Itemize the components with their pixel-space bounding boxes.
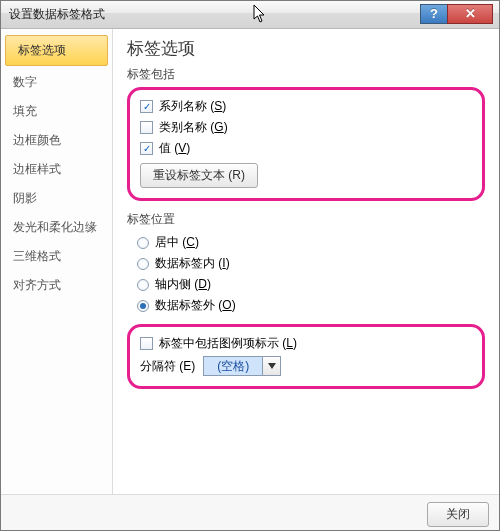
dialog-footer: 关闭 [1,494,499,530]
checkbox-legend-key[interactable] [140,337,153,350]
titlebar: 设置数据标签格式 ? ✕ [1,1,499,29]
sidebar-item-border-color[interactable]: 边框颜色 [1,126,112,155]
sidebar-item-fill[interactable]: 填充 [1,97,112,126]
checkbox-series-name[interactable] [140,100,153,113]
radio-outside-label: 数据标签外 (O) [155,297,236,314]
separator-label: 分隔符 (E) [140,358,195,375]
checkbox-category-name-label: 类别名称 (G) [159,119,228,136]
label-position-heading: 标签位置 [127,211,485,228]
window-title: 设置数据标签格式 [9,6,421,23]
window-buttons: ? ✕ [421,4,493,24]
page-title: 标签选项 [127,37,485,60]
checkbox-legend-key-label: 标签中包括图例项标示 (L) [159,335,297,352]
sidebar-item-border-style[interactable]: 边框样式 [1,155,112,184]
label-contains-heading: 标签包括 [127,66,485,83]
radio-inside-label: 数据标签内 (I) [155,255,230,272]
radio-outside[interactable] [137,300,149,312]
highlight-group-separator: 标签中包括图例项标示 (L) 分隔符 (E) (空格) [127,324,485,389]
sidebar-item-number[interactable]: 数字 [1,68,112,97]
dialog-body: 标签选项 数字 填充 边框颜色 边框样式 阴影 发光和柔化边缘 三维格式 对齐方… [1,29,499,494]
sidebar-item-glow[interactable]: 发光和柔化边缘 [1,213,112,242]
checkbox-value-label: 值 (V) [159,140,190,157]
separator-value: (空格) [204,357,262,375]
chevron-down-icon[interactable] [262,357,280,375]
checkbox-value[interactable] [140,142,153,155]
sidebar-item-alignment[interactable]: 对齐方式 [1,271,112,300]
checkbox-category-name[interactable] [140,121,153,134]
sidebar-item-3d[interactable]: 三维格式 [1,242,112,271]
checkbox-series-name-label: 系列名称 (S) [159,98,226,115]
radio-axis-inside-label: 轴内侧 (D) [155,276,211,293]
sidebar-item-shadow[interactable]: 阴影 [1,184,112,213]
help-button[interactable]: ? [420,4,448,24]
content-panel: 标签选项 标签包括 系列名称 (S) 类别名称 (G) 值 (V) [113,29,499,494]
sidebar-item-label-options[interactable]: 标签选项 [5,35,108,66]
radio-inside[interactable] [137,258,149,270]
close-button[interactable]: 关闭 [427,502,489,527]
separator-combobox[interactable]: (空格) [203,356,281,376]
close-window-button[interactable]: ✕ [447,4,493,24]
radio-axis-inside[interactable] [137,279,149,291]
sidebar: 标签选项 数字 填充 边框颜色 边框样式 阴影 发光和柔化边缘 三维格式 对齐方… [1,29,113,494]
radio-center[interactable] [137,237,149,249]
highlight-group-contains: 系列名称 (S) 类别名称 (G) 值 (V) 重设标签文本 (R) [127,87,485,201]
radio-center-label: 居中 (C) [155,234,199,251]
reset-label-text-button[interactable]: 重设标签文本 (R) [140,163,258,188]
dialog-window: 设置数据标签格式 ? ✕ 标签选项 数字 填充 边框颜色 边框样式 阴影 发光和… [0,0,500,531]
